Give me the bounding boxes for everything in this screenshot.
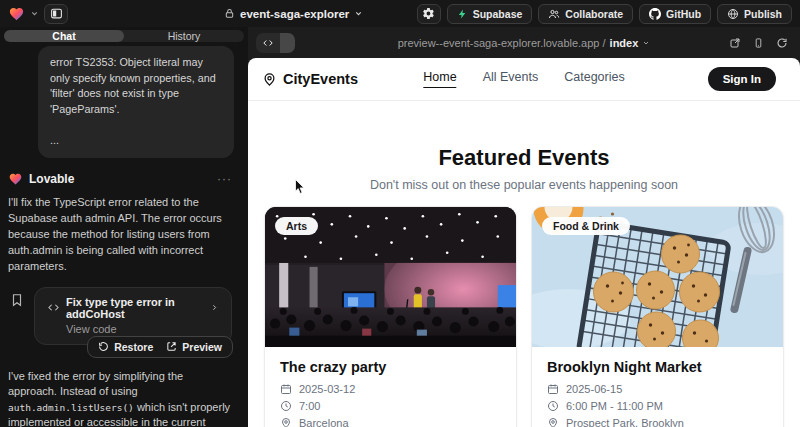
- event-location-row: Prospect Park, Brooklyn: [547, 417, 768, 427]
- calendar-icon: [547, 383, 559, 395]
- code-icon: [256, 33, 280, 53]
- event-card-night-market[interactable]: Food & Drink Brooklyn Night Market 2025-…: [531, 206, 784, 427]
- globe-icon: [727, 8, 739, 20]
- assistant-name: Lovable: [29, 172, 74, 186]
- hero-subtitle: Don't miss out on these popular events h…: [248, 178, 800, 192]
- mobile-view-icon[interactable]: [753, 37, 764, 49]
- supabase-bolt-icon: [457, 8, 468, 20]
- calendar-icon: [280, 383, 292, 395]
- site-brand[interactable]: CityEvents: [262, 71, 358, 87]
- event-image-cookies: Food & Drink: [532, 207, 783, 347]
- open-in-new-tab-icon[interactable]: [729, 37, 741, 49]
- chat-history-tabs: Chat History: [4, 30, 244, 42]
- event-date-row: 2025-03-12: [280, 383, 501, 395]
- view-code-link[interactable]: View code: [66, 323, 219, 335]
- assistant-header: Lovable ···: [8, 172, 232, 186]
- chevron-down-icon: [354, 9, 363, 18]
- hero-section: Featured Events Don't miss out on these …: [248, 145, 800, 192]
- nav-all-events[interactable]: All Events: [483, 70, 539, 88]
- url-host: preview--event-saga-explorer.lovable.app…: [398, 37, 606, 49]
- chevron-down-icon: [642, 39, 650, 47]
- settings-button[interactable]: [417, 4, 441, 24]
- code-view-toggle[interactable]: [256, 33, 295, 53]
- nav-categories[interactable]: Categories: [564, 70, 624, 88]
- chevron-right-icon: [210, 302, 219, 313]
- preview-toolbar: preview--event-saga-explorer.lovable.app…: [248, 27, 800, 58]
- assistant-message-intro: I'll fix the TypeScript error related to…: [8, 194, 232, 274]
- version-actions: Restore Preview: [87, 336, 233, 358]
- toggle-knob: [280, 33, 295, 53]
- site-header: CityEvents Home All Events Categories Si…: [248, 58, 800, 101]
- category-badge: Food & Drink: [542, 217, 630, 235]
- external-link-icon: [166, 341, 177, 352]
- restore-icon: [98, 341, 109, 352]
- app-topbar: event-saga-explorer Supabase Collaborate: [0, 0, 800, 27]
- preview-url: preview--event-saga-explorer.lovable.app…: [248, 27, 800, 58]
- preview-pane: preview--event-saga-explorer.lovable.app…: [248, 27, 800, 427]
- map-pin-icon: [262, 72, 277, 87]
- supabase-button[interactable]: Supabase: [447, 4, 533, 24]
- lovable-heart-icon: [8, 172, 23, 186]
- event-title: The crazy party: [280, 359, 501, 375]
- map-pin-icon: [547, 417, 559, 427]
- clock-icon: [280, 400, 292, 412]
- user-message-bubble: error TS2353: Object literal may only sp…: [38, 46, 234, 158]
- event-time-row: 6:00 PM - 11:00 PM: [547, 400, 768, 412]
- code-icon: [47, 302, 60, 313]
- event-location-row: Barcelona: [280, 417, 501, 427]
- site-preview: CityEvents Home All Events Categories Si…: [248, 58, 800, 427]
- chevron-down-icon[interactable]: [30, 9, 39, 18]
- event-date-row: 2025-06-15: [547, 383, 768, 395]
- refresh-icon[interactable]: [776, 37, 788, 49]
- user-message-text: error TS2353: Object literal may only sp…: [50, 55, 222, 117]
- message-menu-button[interactable]: ···: [217, 172, 232, 186]
- bookmark-icon[interactable]: [10, 293, 24, 345]
- tab-history[interactable]: History: [124, 30, 244, 42]
- site-nav: Home All Events Categories: [423, 70, 624, 88]
- sign-in-button[interactable]: Sign In: [708, 67, 776, 91]
- event-time-row: 7:00: [280, 400, 501, 412]
- people-icon: [548, 8, 560, 20]
- assistant-message-result: I've fixed the error by simplifying the …: [8, 369, 232, 427]
- event-card-crazy-party[interactable]: Arts The crazy party 2025-03-12 7:00 Bar…: [264, 206, 517, 427]
- chat-panel: Chat History error TS2353: Object litera…: [0, 27, 248, 427]
- clock-icon: [547, 400, 559, 412]
- event-image-party: Arts: [265, 207, 516, 347]
- category-badge: Arts: [275, 217, 318, 235]
- github-button[interactable]: GitHub: [639, 4, 711, 24]
- project-switcher[interactable]: event-saga-explorer: [224, 0, 363, 27]
- collaborate-button[interactable]: Collaborate: [538, 4, 633, 24]
- nav-home[interactable]: Home: [423, 70, 456, 88]
- url-page: index: [610, 37, 639, 49]
- publish-button[interactable]: Publish: [717, 4, 792, 24]
- message-ellipsis[interactable]: ...: [50, 133, 222, 149]
- restore-button[interactable]: Restore: [98, 341, 153, 353]
- github-icon: [649, 8, 661, 20]
- hero-title: Featured Events: [248, 145, 800, 171]
- fix-card-title: Fix type type error in addCoHost: [66, 296, 204, 320]
- lock-icon: [224, 8, 235, 19]
- sidebar-toggle-button[interactable]: [44, 4, 68, 24]
- event-title: Brooklyn Night Market: [547, 359, 768, 375]
- lovable-logo-icon[interactable]: [8, 6, 25, 22]
- event-cards: Arts The crazy party 2025-03-12 7:00 Bar…: [248, 192, 800, 427]
- inline-code: auth.admin.listUsers(): [8, 402, 134, 413]
- map-pin-icon: [280, 417, 292, 427]
- project-name: event-saga-explorer: [240, 8, 349, 20]
- tab-chat[interactable]: Chat: [4, 30, 124, 42]
- preview-button[interactable]: Preview: [166, 341, 222, 353]
- gear-icon: [422, 7, 435, 20]
